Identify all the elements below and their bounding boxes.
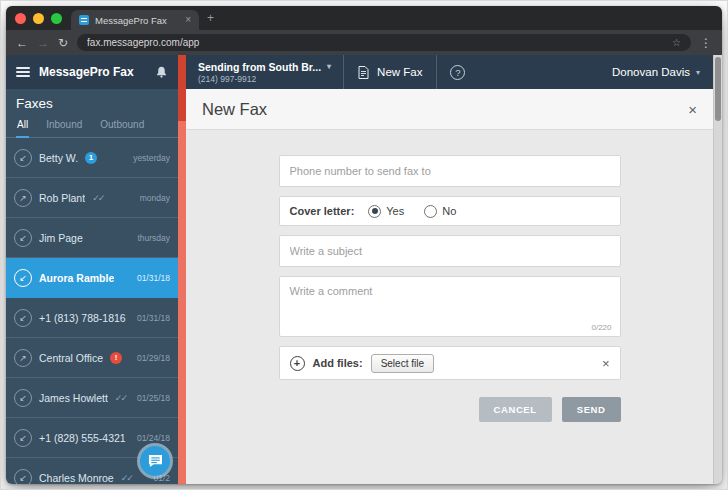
delivered-checks-icon: ✓✓ [115, 393, 126, 403]
fax-date: 01/31/18 [137, 273, 170, 283]
fax-list-item[interactable]: ↗ Central Office ! 01/29/18 [6, 338, 178, 378]
select-file-button[interactable]: Select file [371, 354, 434, 373]
fax-contact-name: Central Office [39, 352, 103, 364]
comment-field: 0/220 [279, 276, 621, 337]
fax-list-item[interactable]: ↙ James Howlett ✓✓ 01/25/18 [6, 378, 178, 418]
fax-date: thursday [137, 233, 170, 243]
tab-close-icon[interactable]: × [185, 15, 191, 25]
right-column: Sending from South Br... ▾ (214) 997-991… [186, 55, 713, 484]
sidebar-scrollbar-thumb[interactable] [178, 55, 186, 121]
fax-contact-name: +1 (813) 788-1816 [39, 312, 126, 324]
fax-list-item[interactable]: ↙ Aurora Ramble 01/31/18 [6, 258, 178, 298]
fax-list-item[interactable]: ↙ +1 (813) 788-1816 01/31/18 [6, 298, 178, 338]
new-conversation-fab[interactable] [140, 446, 170, 476]
cover-letter-row: Cover letter: Yes No [279, 196, 621, 226]
chevron-down-icon: ▾ [327, 62, 331, 71]
sidebar-scrollbar[interactable] [178, 55, 186, 484]
bookmark-star-icon[interactable]: ☆ [672, 37, 681, 48]
radio-yes[interactable] [368, 205, 381, 218]
sidebar-tabs: AllInboundOutbound [6, 116, 178, 138]
window-minimize-button[interactable] [33, 13, 44, 24]
fax-contact-name: +1 (828) 555-4321 [39, 432, 126, 444]
unread-count-badge: 1 [85, 152, 97, 164]
sender-label: Sending from South Br... [198, 61, 321, 73]
left-column: MessagePro Fax Faxes AllInboundOutbound … [6, 55, 178, 484]
outgoing-fax-icon: ↗ [14, 349, 32, 367]
app-navbar-left: MessagePro Fax [6, 55, 178, 89]
sender-selector[interactable]: Sending from South Br... ▾ (214) 997-991… [186, 61, 343, 84]
send-button[interactable]: SEND [562, 397, 621, 422]
new-fax-button[interactable]: New Fax [344, 66, 436, 79]
app-area: MessagePro Fax Faxes AllInboundOutbound … [6, 55, 722, 484]
comment-textarea[interactable] [280, 277, 620, 323]
window-close-button[interactable] [15, 13, 26, 24]
fax-contact-name: Aurora Ramble [39, 272, 114, 284]
char-counter: 0/220 [280, 323, 620, 336]
window-zoom-button[interactable] [51, 13, 62, 24]
browser-tab[interactable]: MessagePro Fax × [71, 10, 199, 30]
fax-contact-name: Rob Plant [39, 192, 85, 204]
incoming-fax-icon: ↙ [14, 269, 32, 287]
outgoing-fax-icon: ↗ [14, 189, 32, 207]
incoming-fax-icon: ↙ [14, 149, 32, 167]
app-navbar: Sending from South Br... ▾ (214) 997-991… [186, 55, 713, 89]
fax-date: 01/24/18 [137, 433, 170, 443]
back-icon[interactable]: ← [16, 37, 28, 49]
window-controls [6, 13, 71, 24]
incoming-fax-icon: ↙ [14, 229, 32, 247]
cover-letter-yes-option[interactable]: Yes [368, 205, 404, 218]
close-panel-icon[interactable]: × [688, 101, 697, 118]
user-name: Donovan Davis [612, 66, 690, 78]
cover-letter-no-option[interactable]: No [424, 205, 456, 218]
incoming-fax-icon: ↙ [14, 469, 32, 485]
fax-contact-name: Charles Monroe [39, 472, 114, 484]
new-fax-form: Cover letter: Yes No [279, 155, 621, 422]
browser-menu-icon[interactable]: ⋮ [700, 36, 712, 50]
fax-list-item[interactable]: ↗ Rob Plant ✓✓ monday [6, 178, 178, 218]
fax-date: 01/29/18 [137, 353, 170, 363]
fax-list-item[interactable]: ↙ Betty W. 1 yesterday [6, 138, 178, 178]
new-tab-button[interactable]: + [207, 12, 214, 24]
add-files-label: Add files: [313, 357, 363, 369]
fax-contact-name: Jim Page [39, 232, 83, 244]
radio-no[interactable] [424, 205, 437, 218]
remove-files-icon[interactable]: × [602, 356, 610, 371]
fax-date: monday [140, 193, 170, 203]
sidebar-title: Faxes [6, 89, 178, 116]
chat-bubble-icon [148, 454, 163, 468]
navbar-divider [436, 55, 437, 89]
radio-no-label: No [442, 205, 456, 217]
incoming-fax-icon: ↙ [14, 389, 32, 407]
main-panel: New Fax × Cover letter: Yes [186, 89, 713, 484]
form-actions: CANCEL SEND [279, 397, 621, 422]
page-scrollbar-thumb[interactable] [715, 57, 721, 121]
new-fax-label: New Fax [377, 66, 422, 78]
fax-contact-name: James Howlett [39, 392, 108, 404]
sidebar-tab-inbound[interactable]: Inbound [45, 116, 83, 137]
cancel-button[interactable]: CANCEL [479, 397, 552, 422]
forward-icon[interactable]: → [37, 37, 49, 49]
subject-input[interactable] [280, 236, 620, 266]
fax-date: 01/25/18 [137, 393, 170, 403]
url-field[interactable]: fax.messagepro.com/app ☆ [77, 34, 691, 51]
delivered-checks-icon: ✓✓ [121, 473, 132, 483]
sidebar: Faxes AllInboundOutbound ↙ Betty W. 1 ye… [6, 89, 178, 484]
failed-alert-badge: ! [110, 352, 122, 364]
fax-list-item[interactable]: ↙ Jim Page thursday [6, 218, 178, 258]
reload-icon[interactable]: ↻ [58, 37, 68, 49]
user-menu[interactable]: Donovan Davis ▾ [599, 66, 713, 78]
chevron-down-icon: ▾ [696, 68, 700, 77]
panel-header: New Fax × [186, 89, 713, 129]
add-files-plus-icon[interactable]: + [290, 356, 305, 371]
hamburger-menu-icon[interactable] [16, 65, 30, 79]
sidebar-tab-all[interactable]: All [16, 116, 29, 138]
fax-date: 01/31/18 [137, 313, 170, 323]
help-icon[interactable]: ? [450, 65, 465, 80]
page-scrollbar[interactable] [713, 55, 722, 484]
document-icon [358, 66, 369, 79]
notifications-bell-icon[interactable] [155, 65, 168, 79]
cover-letter-label: Cover letter: [290, 205, 355, 217]
phone-number-input[interactable] [280, 156, 620, 186]
fax-date: yesterday [133, 153, 170, 163]
sidebar-tab-outbound[interactable]: Outbound [99, 116, 145, 137]
